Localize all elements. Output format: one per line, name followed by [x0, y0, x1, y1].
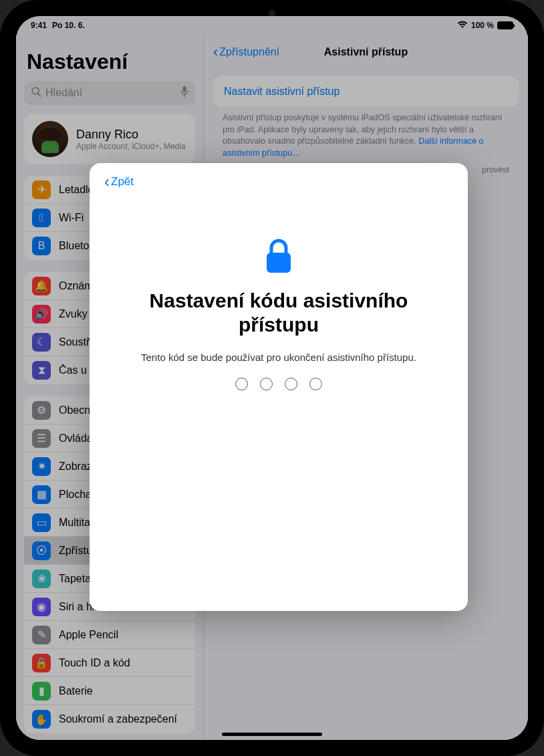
passcode-field[interactable]: [235, 378, 322, 390]
modal-back-label: Zpět: [111, 175, 134, 188]
passcode-setup-modal: ‹ Zpět Nastavení kódu asistivního přístu…: [90, 163, 468, 611]
chevron-left-icon: ‹: [104, 174, 110, 190]
modal-back-button[interactable]: ‹ Zpět: [104, 174, 134, 190]
passcode-dot: [309, 378, 322, 390]
passcode-dot: [235, 378, 248, 390]
passcode-dot: [260, 378, 273, 390]
lock-icon: [263, 238, 294, 275]
passcode-dot: [285, 378, 297, 390]
modal-description: Tento kód se bude používat pro ukončení …: [141, 352, 416, 363]
home-indicator[interactable]: [222, 733, 322, 736]
svg-rect-3: [267, 253, 291, 273]
modal-title: Nastavení kódu asistivního přístupu: [138, 289, 419, 337]
